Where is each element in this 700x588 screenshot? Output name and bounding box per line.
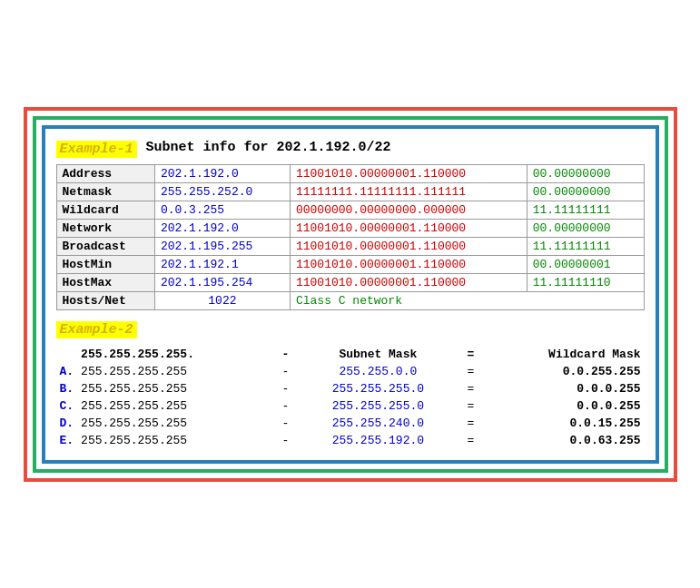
example2-row: C. 255.255.255.255 - 255.255.255.0 = 0.0… [56, 397, 645, 415]
ex2-equals: = [458, 363, 482, 380]
ex2-hdr-equals: = [458, 346, 482, 363]
ex2-letter: B. [56, 380, 78, 397]
class-note: Class C network [290, 291, 644, 309]
ex2-ip: 255.255.255.255 [77, 397, 273, 415]
ex2-ip: 255.255.255.255 [77, 380, 273, 397]
example2-table: 255.255.255.255. - Subnet Mask = Wildcar… [56, 346, 645, 449]
row-binary-green: 00.00000000 [527, 219, 644, 237]
example1-label: Example-1 [56, 141, 137, 158]
ex2-wildcard: 0.0.0.255 [482, 380, 644, 397]
ex2-minus: - [273, 415, 297, 432]
ex2-equals: = [458, 415, 482, 432]
row-label: Netmask [56, 182, 154, 201]
ex2-minus: - [273, 397, 297, 415]
row-ip: 202.1.195.255 [154, 237, 290, 255]
ex2-subnet: 255.255.255.0 [297, 397, 458, 415]
ex2-wildcard: 0.0.63.255 [482, 432, 644, 449]
ex2-minus: - [273, 380, 297, 397]
ex2-subnet: 255.255.240.0 [297, 415, 458, 432]
ex2-hdr-spacer [56, 346, 78, 363]
subnet-table: Address 202.1.192.0 11001010.00000001.11… [56, 164, 645, 310]
outer-border: Example-1 Subnet info for 202.1.192.0/22… [24, 107, 677, 482]
row-label: HostMax [56, 273, 154, 291]
ex2-minus: - [273, 363, 297, 380]
ex2-letter: D. [56, 415, 78, 432]
ex2-letter: C. [56, 397, 78, 415]
ex2-ip: 255.255.255.255 [77, 432, 273, 449]
row-ip: 255.255.252.0 [154, 182, 290, 201]
table-row: Hosts/Net 1022 Class C network [56, 291, 644, 309]
ex2-equals: = [458, 432, 482, 449]
example2-row: A. 255.255.255.255 - 255.255.0.0 = 0.0.2… [56, 363, 645, 380]
ex2-letter: E. [56, 432, 78, 449]
row-binary-green: 11.11111111 [527, 237, 644, 255]
example1-title: Subnet info for 202.1.192.0/22 [146, 140, 391, 155]
hosts-value: 1022 [154, 291, 290, 309]
row-ip: 202.1.192.0 [154, 164, 290, 182]
example2-row: D. 255.255.255.255 - 255.255.240.0 = 0.0… [56, 415, 645, 432]
ex2-wildcard: 0.0.255.255 [482, 363, 644, 380]
row-binary-red: 11001010.00000001.110000 [290, 219, 527, 237]
ex2-ip: 255.255.255.255 [77, 363, 273, 380]
ex2-equals: = [458, 397, 482, 415]
ex2-wildcard: 0.0.15.255 [482, 415, 644, 432]
example2-row: B. 255.255.255.255 - 255.255.255.0 = 0.0… [56, 380, 645, 397]
example1-header: Example-1 Subnet info for 202.1.192.0/22 [56, 140, 645, 159]
ex2-hdr-col3: Wildcard Mask [482, 346, 644, 363]
ex2-subnet: 255.255.255.0 [297, 380, 458, 397]
row-binary-red: 11001010.00000001.110000 [290, 273, 527, 291]
ex2-subnet: 255.255.0.0 [297, 363, 458, 380]
row-binary-red: 00000000.00000000.000000 [290, 201, 527, 219]
row-binary-green: 11.11111110 [527, 273, 644, 291]
ex2-hdr-col1: 255.255.255.255. [77, 346, 273, 363]
example2-header-row: 255.255.255.255. - Subnet Mask = Wildcar… [56, 346, 645, 363]
ex2-wildcard: 0.0.0.255 [482, 397, 644, 415]
ex2-hdr-col2: Subnet Mask [297, 346, 458, 363]
row-ip: 202.1.195.254 [154, 273, 290, 291]
middle-border: Example-1 Subnet info for 202.1.192.0/22… [33, 116, 668, 473]
row-binary-red: 11001010.00000001.110000 [290, 237, 527, 255]
ex2-equals: = [458, 380, 482, 397]
table-row: Network 202.1.192.0 11001010.00000001.11… [56, 219, 644, 237]
ex2-hdr-minus: - [273, 346, 297, 363]
ex2-letter: A. [56, 363, 78, 380]
row-label: Network [56, 219, 154, 237]
example2-row: E. 255.255.255.255 - 255.255.192.0 = 0.0… [56, 432, 645, 449]
row-ip: 202.1.192.0 [154, 219, 290, 237]
row-binary-red: 11001010.00000001.110000 [290, 164, 527, 182]
row-label: Address [56, 164, 154, 182]
row-ip: 0.0.3.255 [154, 201, 290, 219]
row-binary-green: 00.00000000 [527, 182, 644, 201]
table-row: Address 202.1.192.0 11001010.00000001.11… [56, 164, 644, 182]
row-binary-red: 11001010.00000001.110000 [290, 255, 527, 273]
table-row: HostMax 202.1.195.254 11001010.00000001.… [56, 273, 644, 291]
row-label: Wildcard [56, 201, 154, 219]
row-label: Hosts/Net [56, 291, 154, 309]
table-row: Broadcast 202.1.195.255 11001010.0000000… [56, 237, 644, 255]
ex2-minus: - [273, 432, 297, 449]
ex2-ip: 255.255.255.255 [77, 415, 273, 432]
row-binary-green: 11.11111111 [527, 201, 644, 219]
row-binary-red: 11111111.11111111.111111 [290, 182, 527, 201]
example2-label: Example-2 [56, 321, 137, 338]
row-binary-green: 00.00000001 [527, 255, 644, 273]
inner-border: Example-1 Subnet info for 202.1.192.0/22… [42, 125, 659, 464]
row-ip: 202.1.192.1 [154, 255, 290, 273]
row-binary-green: 00.00000000 [527, 164, 644, 182]
table-row: Netmask 255.255.252.0 11111111.11111111.… [56, 182, 644, 201]
table-row: HostMin 202.1.192.1 11001010.00000001.11… [56, 255, 644, 273]
row-label: Broadcast [56, 237, 154, 255]
row-label: HostMin [56, 255, 154, 273]
ex2-subnet: 255.255.192.0 [297, 432, 458, 449]
table-row: Wildcard 0.0.3.255 00000000.00000000.000… [56, 201, 644, 219]
